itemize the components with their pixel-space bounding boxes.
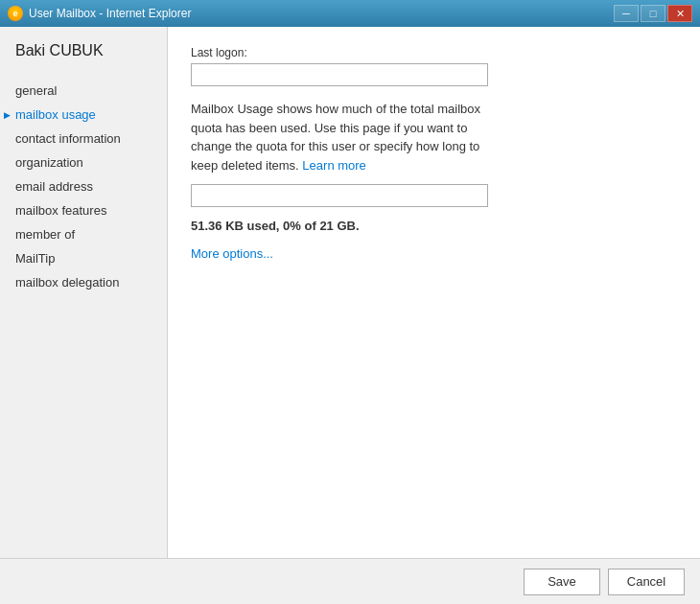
sidebar-item-mailbox-usage[interactable]: mailbox usage: [0, 103, 167, 127]
sidebar: Baki CUBUK general mailbox usage contact…: [0, 27, 168, 558]
last-logon-label: Last logon:: [191, 46, 677, 59]
minimize-button[interactable]: ─: [614, 5, 639, 22]
sidebar-item-email-address[interactable]: email address: [0, 174, 167, 198]
sidebar-item-mailbox-delegation[interactable]: mailbox delegation: [0, 270, 167, 294]
title-bar: e User Mailbox - Internet Explorer ─ □ ✕: [0, 0, 700, 27]
sidebar-item-general[interactable]: general: [0, 79, 167, 103]
maximize-button[interactable]: □: [641, 5, 665, 22]
title-bar-buttons: ─ □ ✕: [614, 5, 692, 22]
more-options-link[interactable]: More options...: [191, 246, 273, 261]
sidebar-item-member-of[interactable]: member of: [0, 222, 167, 246]
save-button[interactable]: Save: [524, 569, 600, 595]
quota-input[interactable]: [191, 184, 488, 207]
close-button[interactable]: ✕: [667, 5, 692, 22]
dialog-body: Baki CUBUK general mailbox usage contact…: [0, 27, 700, 558]
learn-more-link[interactable]: Learn more: [302, 158, 365, 173]
window-title: User Mailbox - Internet Explorer: [29, 7, 191, 20]
dialog-footer: Save Cancel: [0, 558, 700, 604]
sidebar-item-organization[interactable]: organization: [0, 151, 167, 174]
sidebar-item-mailtip[interactable]: MailTip: [0, 246, 167, 270]
cancel-button[interactable]: Cancel: [608, 569, 685, 595]
last-logon-input[interactable]: [191, 63, 488, 86]
sidebar-item-mailbox-features[interactable]: mailbox features: [0, 198, 167, 222]
description-text: Mailbox Usage shows how much of the tota…: [191, 100, 498, 174]
sidebar-item-contact-information[interactable]: contact information: [0, 127, 167, 151]
dialog: Baki CUBUK general mailbox usage contact…: [0, 27, 700, 604]
user-name: Baki CUBUK: [0, 42, 167, 79]
title-bar-left: e User Mailbox - Internet Explorer: [8, 6, 191, 21]
usage-text: 51.36 KB used, 0% of 21 GB.: [191, 219, 677, 233]
ie-icon: e: [8, 6, 23, 21]
main-content: Last logon: Mailbox Usage shows how much…: [168, 27, 700, 558]
